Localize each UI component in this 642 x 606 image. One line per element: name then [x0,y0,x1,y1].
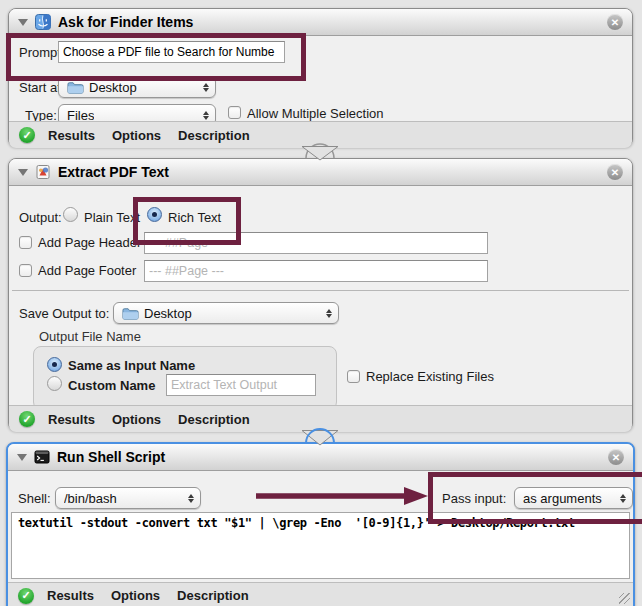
custom-name-input[interactable] [166,374,316,396]
rich-text-radio[interactable] [147,207,162,222]
close-button[interactable]: ✕ [608,449,624,465]
ask-for-finder-items-titlebar: Ask for Finder Items ✕ [9,9,632,36]
finder-icon [35,14,51,30]
page-header-input[interactable] [144,232,488,254]
check-icon: ✓ [22,413,31,426]
output-file-name-label: Output File Name [39,329,141,344]
run-shell-script-titlebar: Run Shell Script ✕ [8,444,633,471]
allow-multiple-selection-label: Allow Multiple Selection [247,106,384,121]
description-button[interactable]: Description [177,588,249,603]
add-page-footer-checkbox[interactable] [19,264,32,277]
action-title: Run Shell Script [57,449,165,465]
shell-value: /bin/bash [64,491,117,506]
close-button[interactable]: ✕ [607,14,623,30]
folder-icon [122,307,139,320]
popup-stepper-icon [620,494,627,503]
action-title: Ask for Finder Items [58,14,193,30]
disclosure-triangle-icon[interactable] [17,454,27,461]
shell-popup[interactable]: /bin/bash [55,487,201,509]
add-page-header-label: Add Page Header [38,235,141,250]
replace-existing-files-checkbox[interactable] [347,370,360,383]
close-button[interactable]: ✕ [607,164,623,180]
popup-stepper-icon [326,309,333,318]
close-icon: ✕ [611,17,619,28]
start-at-value: Desktop [89,80,137,95]
action-extract-pdf-text: Extract PDF Text ✕ Output: Plain Text Ri… [8,158,633,431]
output-file-name-group: Same as Input Name Custom Name [33,346,337,410]
extract-pdf-text-icon [35,164,51,180]
extract-pdf-text-titlebar: Extract PDF Text ✕ [9,159,632,186]
close-icon: ✕ [611,167,619,178]
check-icon: ✓ [21,589,30,602]
resize-handle-icon[interactable] [619,593,630,604]
folder-icon [67,81,84,94]
custom-name-radio[interactable] [47,376,62,391]
pass-input-value: as arguments [523,491,602,506]
save-output-to-label: Save Output to: [19,306,109,321]
action-run-shell-script: Run Shell Script ✕ Shell: /bin/bash Pass… [6,442,635,606]
disclosure-triangle-icon[interactable] [18,19,28,26]
action-footer: ✓ Results Options Description [8,582,633,606]
plain-text-label: Plain Text [84,210,140,225]
automator-workflow: Ask for Finder Items ✕ Prompt: Start at:… [0,0,642,606]
start-at-popup[interactable]: Desktop [58,76,216,98]
prompt-input[interactable] [58,41,285,63]
shell-script-editor[interactable]: textutil -stdout -convert txt "$1" | \gr… [11,512,630,579]
shell-label: Shell: [18,491,51,506]
status-ok-icon: ✓ [19,411,35,427]
close-icon: ✕ [612,452,620,463]
options-button[interactable]: Options [112,128,161,143]
custom-name-label: Custom Name [68,378,155,393]
replace-existing-files-label: Replace Existing Files [366,369,494,384]
results-button[interactable]: Results [48,412,95,427]
page-footer-input[interactable] [144,260,488,282]
save-output-to-value: Desktop [144,306,192,321]
results-button[interactable]: Results [48,128,95,143]
add-page-header-checkbox[interactable] [19,236,32,249]
action-title: Extract PDF Text [58,164,169,180]
annotation-arrow [254,486,430,506]
divider [12,290,629,291]
status-ok-icon: ✓ [19,127,35,143]
terminal-icon [34,449,50,465]
options-button[interactable]: Options [112,412,161,427]
check-icon: ✓ [22,129,31,142]
options-button[interactable]: Options [111,588,160,603]
action-footer: ✓ Results Options Description [9,405,632,432]
add-page-footer-label: Add Page Footer [38,263,136,278]
rich-text-label: Rich Text [168,210,221,225]
same-as-input-name-radio[interactable] [47,357,62,372]
results-button[interactable]: Results [47,588,94,603]
plain-text-radio[interactable] [63,207,78,222]
popup-stepper-icon [203,83,210,92]
save-output-to-popup[interactable]: Desktop [113,302,339,324]
pass-input-label: Pass input: [442,491,506,506]
disclosure-triangle-icon[interactable] [18,169,28,176]
output-label: Output: [19,210,62,225]
status-ok-icon: ✓ [18,588,34,604]
action-ask-for-finder-items: Ask for Finder Items ✕ Prompt: Start at:… [8,8,633,147]
pass-input-popup[interactable]: as arguments [514,487,633,509]
popup-stepper-icon [203,111,210,120]
description-button[interactable]: Description [178,128,250,143]
action-footer: ✓ Results Options Description [9,121,632,148]
popup-stepper-icon [188,494,195,503]
description-button[interactable]: Description [178,412,250,427]
same-as-input-name-label: Same as Input Name [68,358,195,373]
allow-multiple-selection-checkbox[interactable] [228,106,241,119]
